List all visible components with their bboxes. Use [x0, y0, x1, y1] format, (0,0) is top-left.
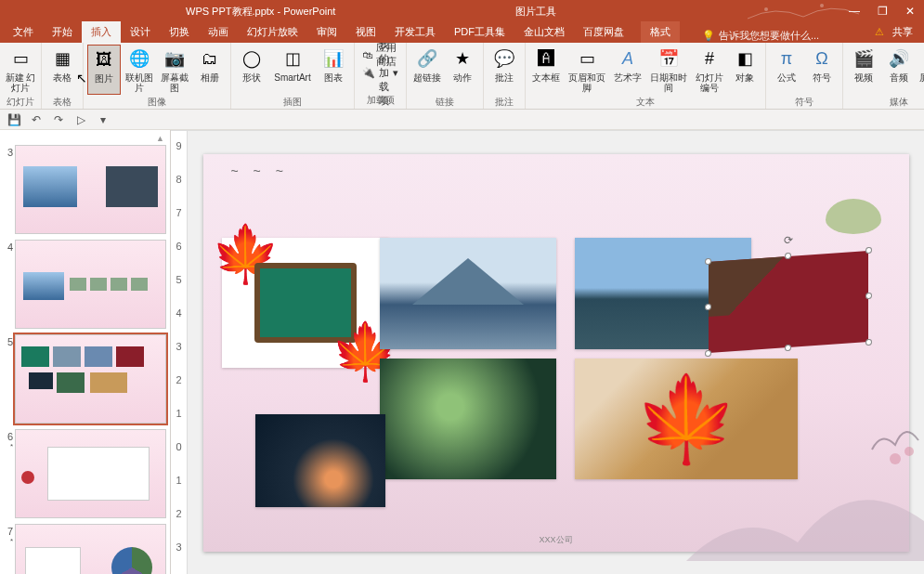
chart-button[interactable]: 📊图表	[317, 45, 350, 95]
shapes-button[interactable]: ◯形状	[235, 45, 268, 95]
online-picture-icon: 🌐	[127, 46, 151, 71]
green-blob-decoration	[826, 199, 881, 234]
thumbnail-3[interactable]: 3	[4, 145, 166, 234]
inserted-picture-cityscape-night[interactable]	[255, 414, 385, 507]
selected-picture-red-temple[interactable]: ⟳	[709, 251, 868, 353]
tab-developer[interactable]: 开发工具	[385, 21, 445, 43]
group-label-slides: 幻灯片	[7, 95, 34, 111]
animation-star-icon: *	[4, 442, 13, 450]
store-icon: 🛍	[362, 48, 372, 61]
thumbnail-7[interactable]: 7*	[4, 524, 166, 574]
object-button[interactable]: ◧对象	[728, 45, 761, 95]
group-comments: 💬批注 批注	[484, 43, 526, 109]
redo-button[interactable]: ↷	[50, 111, 67, 128]
table-icon: ▦	[50, 46, 74, 71]
thumbnail-5[interactable]: 5	[4, 334, 166, 424]
hyperlink-button[interactable]: 🔗超链接	[410, 45, 444, 95]
inserted-picture-mountain[interactable]	[380, 238, 556, 349]
video-icon: 🎬	[852, 46, 876, 71]
close-button[interactable]: ✕	[896, 0, 924, 22]
header-footer-button[interactable]: ▭页眉和页脚	[565, 45, 609, 95]
resize-handle-ne[interactable]	[865, 247, 872, 254]
tab-design[interactable]: 设计	[121, 21, 160, 43]
tables-button[interactable]: ▦表格	[46, 45, 79, 95]
scroll-up-icon[interactable]: ▲	[156, 134, 164, 145]
thumb-num: 3	[7, 147, 13, 158]
wordart-icon: A	[616, 46, 640, 71]
minimize-button[interactable]: —	[840, 0, 868, 22]
tab-insert[interactable]: 插入	[82, 21, 121, 43]
screen-recording-button[interactable]: ⏺屏幕 录制	[917, 45, 924, 95]
restore-button[interactable]: ❐	[868, 0, 896, 22]
tell-me-search[interactable]: 💡 告诉我您想要做什么...	[702, 29, 819, 43]
tab-wpsdocs[interactable]: 金山文档	[514, 21, 574, 43]
tab-baidu[interactable]: 百度网盘	[574, 21, 633, 43]
resize-handle-e[interactable]	[865, 293, 872, 299]
tab-pdftools[interactable]: PDF工具集	[445, 21, 514, 43]
group-media: 🎬视频 🔊音频 ⏺屏幕 录制 媒体	[843, 43, 924, 109]
resize-handle-nw[interactable]	[705, 258, 711, 265]
vertical-ruler[interactable]: 9876543210123	[171, 131, 188, 574]
thumb-num: 4	[7, 241, 13, 253]
resize-handle-n[interactable]	[785, 253, 791, 259]
resize-handle-s[interactable]	[785, 345, 791, 351]
video-button[interactable]: 🎬视频	[847, 45, 880, 95]
smartart-button[interactable]: ◫SmartArt	[270, 45, 315, 95]
thumbnail-6[interactable]: 6*	[4, 429, 166, 518]
comment-button[interactable]: 💬批注	[488, 45, 521, 95]
thumbnail-4[interactable]: 4	[4, 240, 166, 329]
online-pictures-button[interactable]: 🌐联机图片	[123, 45, 156, 95]
thumbnail-panel[interactable]: ▲ 3 4 5	[0, 130, 171, 574]
wordart-button[interactable]: A艺术字	[611, 45, 644, 95]
mountain-decoration	[686, 412, 925, 561]
tab-animations[interactable]: 动画	[199, 21, 238, 43]
pictures-button[interactable]: 🖼图片	[87, 45, 121, 95]
tab-format[interactable]: 格式	[641, 21, 680, 43]
action-button[interactable]: ★动作	[446, 45, 479, 95]
slide-number-button[interactable]: #幻灯片 编号	[693, 45, 726, 95]
inserted-picture-chalkboard[interactable]: 🍁 🍁	[222, 238, 389, 368]
equation-button[interactable]: π公式	[770, 45, 803, 95]
my-addins-button[interactable]: 🔌我的加载项 ▾	[358, 64, 402, 81]
audio-button[interactable]: 🔊音频	[882, 45, 916, 95]
picture-tools-label: 图片工具	[515, 5, 556, 19]
tab-view[interactable]: 视图	[346, 21, 385, 43]
symbol-button[interactable]: Ω符号	[805, 45, 839, 95]
resize-handle-sw[interactable]	[705, 350, 711, 357]
resize-handle-w[interactable]	[705, 304, 711, 310]
canvas-area[interactable]: ~ ~ ~ 🍁 🍁 ⟳	[188, 131, 924, 574]
tab-transitions[interactable]: 切换	[160, 21, 199, 43]
album-icon: 🗂	[198, 46, 222, 71]
group-label-text: 文本	[636, 95, 655, 111]
screenshot-button[interactable]: 📷屏幕截图	[158, 45, 191, 95]
save-button[interactable]: 💾	[6, 111, 22, 128]
picture-icon: 🖼	[92, 47, 116, 72]
undo-button[interactable]: ↶	[28, 111, 45, 128]
tab-review[interactable]: 审阅	[307, 21, 346, 43]
group-label-addins: 加载项	[367, 93, 395, 109]
symbol-icon: Ω	[810, 46, 834, 71]
rotate-handle-icon[interactable]: ⟳	[784, 234, 793, 248]
group-label-images: 图像	[148, 95, 166, 111]
group-label-comments: 批注	[495, 95, 514, 111]
animation-star-icon: *	[4, 537, 13, 545]
object-icon: ◧	[733, 46, 757, 71]
datetime-button[interactable]: 📅日期和时间	[646, 45, 691, 95]
window-controls: — ❐ ✕	[840, 0, 924, 22]
photo-album-button[interactable]: 🗂相册	[193, 45, 227, 95]
tab-home[interactable]: 开始	[43, 21, 82, 43]
group-text: 🅰文本框 ▭页眉和页脚 A艺术字 📅日期和时间 #幻灯片 编号 ◧对象 文本	[526, 43, 766, 109]
tab-file[interactable]: 文件	[4, 21, 43, 43]
share-button[interactable]: ⚠ 共享	[869, 21, 918, 43]
svg-point-3	[904, 447, 914, 456]
textbox-button[interactable]: 🅰文本框	[529, 45, 563, 95]
slide-canvas[interactable]: ~ ~ ~ 🍁 🍁 ⟳	[203, 154, 909, 552]
start-slideshow-button[interactable]: ▷	[72, 111, 89, 128]
tab-slideshow[interactable]: 幻灯片放映	[238, 21, 307, 43]
resize-handle-se[interactable]	[865, 339, 872, 346]
equation-icon: π	[774, 46, 799, 71]
comment-icon: 💬	[492, 46, 516, 71]
qat-more-button[interactable]: ▾	[95, 111, 111, 128]
inserted-picture-green-leaves[interactable]	[380, 359, 556, 479]
new-slide-button[interactable]: ▭新建 幻灯片	[4, 45, 37, 95]
